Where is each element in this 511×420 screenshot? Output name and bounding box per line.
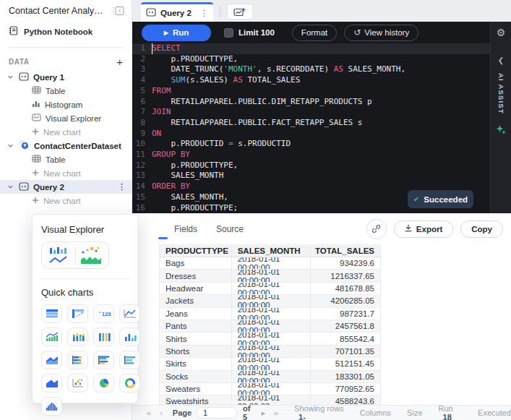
code-line-12[interactable]: 12 p.PRODUCTTYPE, <box>132 160 490 171</box>
sidebar-item-contactcenterdataset[interactable]: ContactCenterDataset <box>0 139 132 153</box>
table-row[interactable]: Shirts2018-01-01 00:00:00855542.4 <box>160 333 381 345</box>
column-header[interactable]: TOTAL_SALES <box>311 244 381 257</box>
format-button[interactable]: Format <box>292 25 337 41</box>
tab-query-2[interactable]: Query 2 ⋮ <box>141 2 213 22</box>
view-history-button[interactable]: ↺ View history <box>344 25 418 41</box>
table-row[interactable]: Sweatshirts2018-01-01 00:00:004588243.6 <box>160 395 381 405</box>
quick-chart-line-button[interactable] <box>119 304 140 323</box>
export-button[interactable]: Export <box>394 220 453 238</box>
column-header[interactable]: PRODUCTTYPE <box>160 244 232 257</box>
table-row[interactable]: Jeans2018-01-01 00:00:00987231.7 <box>160 308 381 320</box>
table-cell: 2018-01-01 00:00:00 <box>232 320 312 332</box>
item-menu-icon[interactable]: ⋮ <box>118 182 126 192</box>
chevron-down-icon[interactable] <box>6 142 14 149</box>
quick-chart-stacked-column-button[interactable] <box>67 327 88 346</box>
quick-chart-grouped-column-button[interactable] <box>93 327 114 346</box>
table-row[interactable]: Sweaters2018-01-01 00:00:00770952.65 <box>160 383 381 395</box>
table-row[interactable]: Pants2018-01-01 00:00:002457561.8 <box>160 320 381 333</box>
prev-page-icon[interactable]: ‹ <box>160 408 163 417</box>
sql-code-area[interactable]: 1 SELECT2 p.PRODUCTTYPE,3 DATE_TRUNC('MO… <box>132 43 490 213</box>
quick-chart-histogram-button[interactable] <box>41 397 62 416</box>
code-line-8[interactable]: 8 RETAILAPPAREL.PUBLIC.FACT_RETAPP_SALES… <box>132 118 490 129</box>
quick-chart-number-button[interactable]: 123 <box>93 304 114 323</box>
column-header[interactable]: SALES_MONTH <box>232 244 312 257</box>
sidebar-subitem-new-chart[interactable]: New chart <box>0 194 132 207</box>
quick-chart-grouped-bar-button[interactable] <box>93 351 114 369</box>
code-line-4[interactable]: 4 SUM(s.SALES) AS TOTAL_SALES <box>132 75 490 86</box>
page-input[interactable] <box>196 407 238 419</box>
table-row[interactable]: Socks2018-01-01 00:00:00183301.05 <box>160 371 381 383</box>
add-data-button[interactable]: + <box>116 56 123 67</box>
sidebar-subitem-new-chart[interactable]: New chart <box>0 166 132 180</box>
table-row[interactable]: Skirts2018-01-01 00:00:00512151.45 <box>160 358 381 370</box>
code-line-2[interactable]: 2 p.PRODUCTTYPE, <box>132 54 490 65</box>
code-line-5[interactable]: 5FROM <box>132 86 490 97</box>
quick-chart-stacked-bar-button[interactable] <box>67 351 88 369</box>
run-button[interactable]: ▶ Run <box>142 25 211 41</box>
columns-label[interactable]: Columns <box>360 408 391 417</box>
line-number: 16 <box>132 203 152 214</box>
code-line-13[interactable]: 13 SALES_MONTH <box>132 171 490 181</box>
chevron-down-icon[interactable] <box>6 184 14 190</box>
code-line-7[interactable]: 7JOIN <box>132 107 490 118</box>
sidebar-item-query-2[interactable]: Query 2⋮ <box>0 180 132 194</box>
next-page-icon[interactable]: ▸ <box>261 408 265 418</box>
quick-chart-pivot-button[interactable] <box>67 304 88 323</box>
settings-gear-icon[interactable]: ⚙ <box>497 22 506 43</box>
sidebar-subitem-histogram[interactable]: Histogram <box>0 98 132 111</box>
share-link-button[interactable] <box>366 219 387 239</box>
quick-chart-line-combo-button[interactable] <box>41 327 62 346</box>
visual-explorer-bar-line-icon <box>48 245 72 265</box>
tree-item-label: Histogram <box>45 100 82 109</box>
new-tab-button[interactable] <box>227 4 253 20</box>
tab-source[interactable]: Source <box>216 224 244 234</box>
quick-chart-scatter-button[interactable] <box>67 374 88 393</box>
sidebar-item-python-notebook[interactable]: Python Notebook <box>0 22 132 41</box>
popup-divider <box>40 278 130 279</box>
visual-explorer-button[interactable] <box>41 241 109 269</box>
copy-button[interactable]: Copy <box>460 220 503 238</box>
size-label[interactable]: Size <box>407 408 422 417</box>
code-line-1[interactable]: 1 SELECT <box>132 43 490 54</box>
table-row[interactable]: Headwear2018-01-01 00:00:00481678.85 <box>160 283 381 295</box>
executed-label: Executed <box>478 408 511 417</box>
quick-chart-area-large-button[interactable] <box>41 374 62 393</box>
limit-checkbox[interactable] <box>224 28 233 38</box>
ai-sparkle-icon[interactable] <box>496 124 506 137</box>
query-icon <box>19 182 29 192</box>
table-cell: 2018-01-01 00:00:00 <box>232 383 312 395</box>
table-row[interactable]: Jackets2018-01-01 00:00:004206285.05 <box>160 295 381 307</box>
quick-chart-stacked-column-icon <box>71 331 85 343</box>
code-line-10[interactable]: 10 p.PRODUCTID = s.PRODUCTID <box>132 139 490 150</box>
sidebar-subitem-table[interactable]: Table <box>0 153 132 166</box>
quick-chart-area-button[interactable] <box>41 351 62 369</box>
line-number: 5 <box>132 86 152 97</box>
table-row[interactable]: Dresses2018-01-01 00:00:001216337.65 <box>160 270 381 282</box>
table-row[interactable]: Bags2018-01-01 00:00:00934239.6 <box>160 257 381 270</box>
results-table[interactable]: PRODUCTTYPESALES_MONTHTOTAL_SALESBags201… <box>159 244 381 405</box>
last-page-icon[interactable]: » <box>274 408 278 417</box>
table-row[interactable]: Shorts2018-01-01 00:00:00707101.35 <box>160 346 381 358</box>
quick-chart-donut-button[interactable] <box>119 374 140 393</box>
tab-fields[interactable]: Fields <box>174 224 197 234</box>
expand-panel-icon[interactable]: ❮ <box>498 56 504 64</box>
code-line-3[interactable]: 3 DATE_TRUNC('MONTH', s.RECORDDATE) AS S… <box>132 64 490 75</box>
tree-item-label: Query 2 <box>33 183 64 192</box>
code-line-9[interactable]: 9ON <box>132 129 490 140</box>
quick-chart-table-button[interactable] <box>41 304 62 323</box>
sidebar-subitem-visual-explorer[interactable]: Visual Explorer <box>0 111 132 125</box>
sidebar-subitem-new-chart[interactable]: New chart <box>0 125 132 139</box>
quick-chart-grouped-column-icon <box>97 331 111 343</box>
quick-chart-pie-button[interactable] <box>93 374 114 393</box>
code-line-6[interactable]: 6 RETAILAPPAREL.PUBLIC.DIM_RETAPP_PRODUC… <box>132 97 490 108</box>
quick-chart-bar-button[interactable] <box>119 351 140 369</box>
chevron-down-icon[interactable] <box>6 74 14 80</box>
tab-menu-icon[interactable]: ⋮ <box>200 9 208 18</box>
sidebar-subitem-table[interactable]: Table <box>0 84 132 98</box>
collapse-sidebar-icon[interactable] <box>112 6 124 16</box>
table-cell: Jackets <box>160 295 232 307</box>
quick-chart-column-button[interactable] <box>119 327 140 346</box>
code-line-11[interactable]: 11GROUP BY <box>132 150 490 160</box>
sidebar-item-query-1[interactable]: Query 1 <box>0 70 132 84</box>
first-page-icon[interactable]: « <box>147 408 151 417</box>
